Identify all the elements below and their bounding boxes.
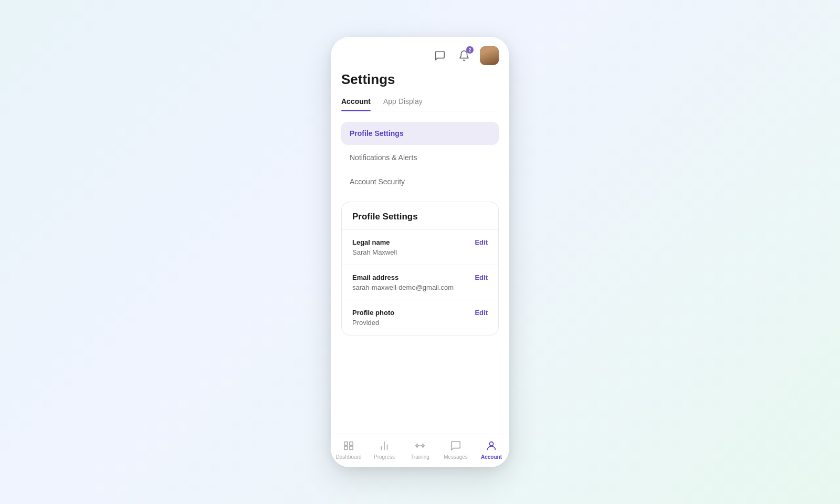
svg-rect-2 (344, 446, 348, 449)
tabs-container: Account App Display (341, 97, 499, 111)
email-address-label: Email address (352, 274, 398, 281)
messages-icon (449, 439, 462, 452)
progress-icon (378, 439, 391, 452)
sidebar-item-profile-settings[interactable]: Profile Settings (341, 122, 499, 145)
email-address-header: Email address Edit (352, 274, 488, 281)
email-address-field: Email address Edit sarah-maxwell-demo@gm… (342, 265, 498, 300)
bottom-nav: Dashboard Progress (331, 434, 509, 467)
nav-item-dashboard[interactable]: Dashboard (331, 439, 366, 460)
tab-app-display[interactable]: App Display (383, 97, 423, 111)
notification-badge: 2 (466, 46, 474, 54)
nav-label-dashboard: Dashboard (336, 454, 362, 460)
dashboard-icon (342, 439, 355, 452)
nav-item-progress[interactable]: Progress (366, 439, 402, 460)
tab-account[interactable]: Account (341, 97, 371, 111)
legal-name-edit-button[interactable]: Edit (475, 238, 488, 246)
card-title: Profile Settings (352, 212, 488, 222)
phone-container: 2 Settings Account App Display Profile S… (331, 37, 509, 467)
svg-point-12 (489, 442, 493, 446)
nav-item-account[interactable]: Account (474, 439, 509, 460)
main-content: Settings Account App Display Profile Set… (331, 71, 509, 434)
legal-name-label: Legal name (352, 238, 390, 246)
chat-icon[interactable] (432, 47, 448, 64)
sidebar-item-notifications-alerts[interactable]: Notifications & Alerts (341, 146, 499, 169)
avatar[interactable] (480, 46, 499, 65)
training-icon (414, 439, 426, 452)
profile-photo-edit-button[interactable]: Edit (475, 309, 488, 317)
nav-label-account: Account (481, 454, 502, 460)
legal-name-value: Sarah Maxwell (352, 248, 488, 256)
legal-name-field: Legal name Edit Sarah Maxwell (342, 230, 498, 265)
email-address-value: sarah-maxwell-demo@gmail.com (352, 284, 488, 291)
nav-label-progress: Progress (374, 454, 395, 460)
nav-label-training: Training (411, 454, 429, 460)
svg-rect-1 (350, 442, 353, 445)
bell-icon[interactable]: 2 (456, 47, 472, 64)
profile-photo-field: Profile photo Edit Provided (342, 300, 498, 335)
profile-photo-value: Provided (352, 319, 488, 327)
page-title: Settings (341, 71, 499, 88)
nav-item-training[interactable]: Training (402, 439, 438, 460)
legal-name-header: Legal name Edit (352, 238, 488, 246)
card-header: Profile Settings (342, 202, 498, 230)
profile-photo-header: Profile photo Edit (352, 309, 488, 317)
email-address-edit-button[interactable]: Edit (475, 274, 488, 281)
svg-rect-0 (344, 442, 348, 445)
nav-item-messages[interactable]: Messages (438, 439, 474, 460)
profile-settings-card: Profile Settings Legal name Edit Sarah M… (341, 202, 499, 335)
account-icon (485, 439, 498, 452)
avatar-image (480, 46, 499, 65)
sidebar-menu: Profile Settings Notifications & Alerts … (341, 122, 499, 193)
header: 2 (331, 37, 509, 71)
nav-label-messages: Messages (444, 454, 468, 460)
profile-photo-label: Profile photo (352, 309, 394, 317)
svg-rect-3 (350, 446, 353, 449)
sidebar-item-account-security[interactable]: Account Security (341, 170, 499, 193)
